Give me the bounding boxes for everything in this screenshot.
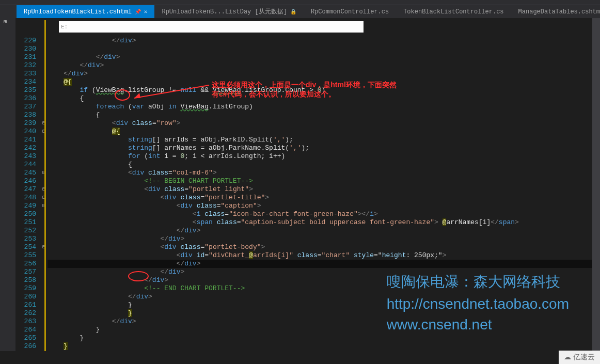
breadcrumb-bar[interactable]: E:: [59, 21, 364, 33]
fold-empty: [40, 268, 48, 276]
line-number: 233: [15, 70, 36, 78]
code-line-256[interactable]: </div>: [48, 260, 600, 268]
tab-2[interactable]: RpCommonController.cs: [304, 5, 396, 18]
fold-empty: [40, 144, 48, 152]
code-line-253[interactable]: </div>: [48, 235, 600, 243]
fold-empty: [40, 103, 48, 111]
line-number: 247: [15, 185, 36, 194]
code-line-255[interactable]: <div id="divChart_@arrIds[i]" class="cha…: [48, 251, 600, 260]
code-line-233[interactable]: </div>: [48, 70, 600, 78]
code-line-266[interactable]: }: [48, 342, 600, 351]
code-line-242[interactable]: string[] arrNames = aObj.ParkName.Split(…: [48, 144, 600, 152]
code-line-267[interactable]: </div>: [48, 351, 600, 351]
code-line-248[interactable]: <div class="portlet-title">: [48, 194, 600, 202]
line-number: 260: [15, 293, 36, 301]
code-line-243[interactable]: for (int i = 0; i < arrIds.Length; i++): [48, 152, 600, 161]
tab-1[interactable]: RpUnloadTokenB...ListDay [从元数据]🔒: [154, 5, 303, 18]
line-number: 261: [15, 301, 36, 309]
fold-empty: [40, 251, 48, 260]
line-number: 248: [15, 194, 36, 202]
code-line-249[interactable]: <div class="caption">: [48, 202, 600, 210]
line-number: 251: [15, 218, 36, 227]
fold-empty: [40, 260, 48, 268]
code-line-240[interactable]: @{: [48, 128, 600, 136]
tab-label: RpUnloadTokenB...ListDay [从元数据]: [162, 7, 287, 16]
annotation-circle-2: [128, 271, 149, 281]
fold-toggle[interactable]: ⊟: [40, 202, 48, 210]
tab-label: TokenBlackListController.cs: [403, 8, 503, 15]
change-indicator: [44, 20, 46, 351]
code-line-250[interactable]: <i class="icon-bar-chart font-green-haze…: [48, 210, 600, 218]
main-toolbar: [0, 0, 600, 5]
fold-empty: [40, 218, 48, 227]
line-number: 266: [15, 342, 36, 351]
code-line-244[interactable]: {: [48, 161, 600, 169]
fold-empty: [40, 351, 48, 351]
fold-empty: [40, 334, 48, 342]
code-line-229[interactable]: </div>: [48, 37, 600, 45]
annotation-line2: 有c#代码，会不认识，所以要加这个。: [212, 89, 397, 99]
line-number: 253: [15, 235, 36, 243]
pin-icon[interactable]: 📌: [135, 9, 141, 15]
line-number: 257: [15, 268, 36, 276]
annotation-circle-1: [115, 89, 130, 101]
fold-toggle[interactable]: ⊟: [40, 119, 48, 128]
line-number: 246: [15, 177, 36, 185]
code-line-246[interactable]: <!-- BEGIN CHART PORTLET-->: [48, 177, 600, 185]
lock-icon: 🔒: [290, 9, 296, 15]
line-number: 259: [15, 284, 36, 293]
watermark: 嗖陶保电瀑：森大网络科技 http://cnsendnet.taobao.com…: [387, 272, 569, 333]
fold-empty: [40, 86, 48, 94]
fold-empty: [40, 37, 48, 45]
fold-empty: [40, 227, 48, 235]
toolbox-icon[interactable]: ⊞: [0, 18, 10, 25]
code-line-241[interactable]: string[] arrIds = aObj.ParkID.Split(',')…: [48, 136, 600, 144]
code-line-232[interactable]: </div>: [48, 61, 600, 70]
code-line-238[interactable]: {: [48, 111, 600, 119]
close-icon[interactable]: ✕: [144, 8, 148, 15]
fold-empty: [40, 293, 48, 301]
fold-empty: [40, 70, 48, 78]
fold-toggle[interactable]: ⊟: [40, 194, 48, 202]
vertical-scrollbar[interactable]: [592, 18, 600, 364]
code-line-239[interactable]: <div class="row">: [48, 119, 600, 128]
line-number: 239: [15, 119, 36, 128]
fold-empty: [40, 45, 48, 53]
code-line-254[interactable]: <div class="portlet-body">: [48, 243, 600, 251]
line-number: 232: [15, 61, 36, 70]
watermark-line3: www.cnsend.net: [387, 316, 569, 333]
line-number: 262: [15, 309, 36, 318]
line-number: 258: [15, 276, 36, 284]
code-line-230[interactable]: [48, 45, 600, 53]
tab-bar: RpUnloadTokenBlackList.cshtml📌✕RpUnloadT…: [0, 5, 600, 18]
fold-empty: [40, 53, 48, 61]
code-line-251[interactable]: <span class="caption-subject bold upperc…: [48, 218, 600, 227]
svg-marker-1: [134, 93, 140, 98]
left-toolbox-gutter[interactable]: ⊞: [0, 18, 15, 351]
fold-empty: [40, 61, 48, 70]
line-number: 230: [15, 45, 36, 53]
code-line-237[interactable]: foreach (var aObj in ViewBag.listGroup): [48, 103, 600, 111]
corner-text: 亿速云: [573, 353, 595, 361]
cloud-icon: ☁: [564, 353, 571, 361]
fold-toggle[interactable]: ⊟: [40, 128, 48, 136]
tab-0[interactable]: RpUnloadTokenBlackList.cshtml📌✕: [17, 5, 154, 18]
fold-toggle[interactable]: ⊟: [40, 169, 48, 177]
code-line-252[interactable]: </div>: [48, 227, 600, 235]
code-line-245[interactable]: <div class="col-md-6">: [48, 169, 600, 177]
fold-empty: [40, 276, 48, 284]
code-line-247[interactable]: <div class="portlet light">: [48, 185, 600, 194]
line-number: 244: [15, 161, 36, 169]
line-number: 236: [15, 94, 36, 103]
fold-toggle[interactable]: ⊟: [40, 243, 48, 251]
fold-empty: [40, 177, 48, 185]
fold-empty: [40, 301, 48, 309]
tab-4[interactable]: ManageDataTables.cshtml: [511, 5, 600, 18]
fold-gutter[interactable]: ⊟⊟⊟⊟⊟⊟⊟: [40, 18, 48, 351]
line-number: 267: [15, 351, 36, 351]
fold-toggle[interactable]: ⊟: [40, 185, 48, 194]
code-line-231[interactable]: </div>: [48, 53, 600, 61]
fold-empty: [40, 318, 48, 326]
code-line-265[interactable]: }: [48, 334, 600, 342]
tab-3[interactable]: TokenBlackListController.cs: [396, 5, 511, 18]
